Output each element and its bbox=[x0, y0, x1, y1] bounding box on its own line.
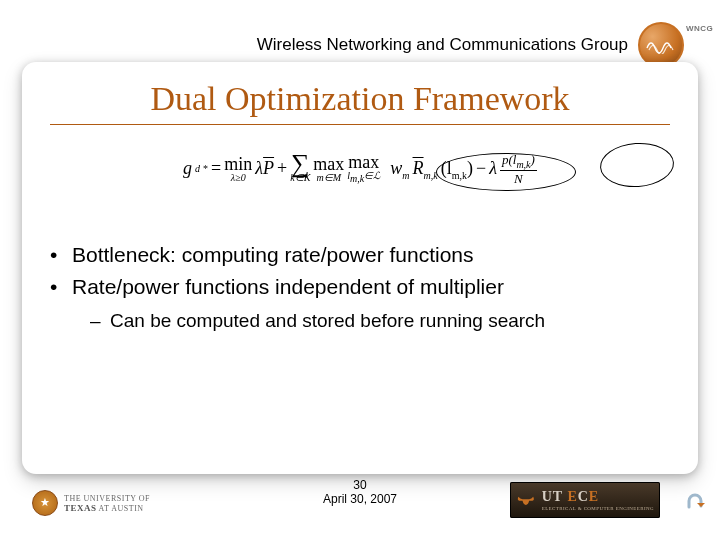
subbullet-precompute: Can be computed and stored before runnin… bbox=[90, 308, 670, 334]
ut-ece-logo: UT ECE ELECTRICAL & COMPUTER ENGINEERING bbox=[510, 482, 660, 518]
title-underline bbox=[50, 124, 670, 125]
formula-sum: ∑ k∈K bbox=[290, 155, 310, 183]
slide-title: Dual Optimization Framework bbox=[50, 80, 670, 118]
header-group-name: Wireless Networking and Communications G… bbox=[257, 35, 628, 55]
bullet-independent: Rate/power functions independent of mult… bbox=[54, 273, 670, 301]
formula-max1: max m∈M bbox=[313, 155, 344, 183]
formula: gd* = min λ≥0 λP + ∑ k∈K max m∈M max bbox=[50, 145, 670, 217]
formula-plus: + bbox=[277, 158, 287, 179]
page-number: 30 bbox=[323, 478, 397, 492]
ut-line1: THE UNIVERSITY OF bbox=[64, 494, 150, 503]
slide: Wireless Networking and Communications G… bbox=[0, 0, 720, 540]
bullet-list: Bottleneck: computing rate/power functio… bbox=[54, 241, 670, 333]
ut-line2: TEXAS bbox=[64, 503, 97, 513]
utece-subtitle: ELECTRICAL & COMPUTER ENGINEERING bbox=[542, 506, 654, 511]
return-icon[interactable] bbox=[682, 492, 708, 518]
formula-min: min λ≥0 bbox=[224, 155, 252, 183]
page-date: April 30, 2007 bbox=[323, 492, 397, 506]
ut-line3: AT AUSTIN bbox=[99, 504, 144, 513]
formula-frac: p(lm,k) N bbox=[500, 153, 537, 185]
formula-lambda2: λ bbox=[489, 158, 497, 179]
wncg-logo-text: WNCG bbox=[686, 24, 713, 33]
bullet-bottleneck: Bottleneck: computing rate/power functio… bbox=[54, 241, 670, 269]
footer: THE UNIVERSITY OF TEXAS AT AUSTIN 30 Apr… bbox=[0, 478, 720, 522]
ut-seal-icon bbox=[32, 490, 58, 516]
slide-card: Dual Optimization Framework gd* = min λ≥… bbox=[22, 62, 698, 474]
ut-austin-logo: THE UNIVERSITY OF TEXAS AT AUSTIN bbox=[32, 490, 150, 516]
formula-max2: max lm,k∈ℒ bbox=[347, 153, 380, 184]
longhorn-icon bbox=[516, 488, 536, 512]
formula-minus: − bbox=[476, 158, 486, 179]
page-meta: 30 April 30, 2007 bbox=[323, 478, 397, 507]
formula-eq: = bbox=[211, 158, 221, 179]
